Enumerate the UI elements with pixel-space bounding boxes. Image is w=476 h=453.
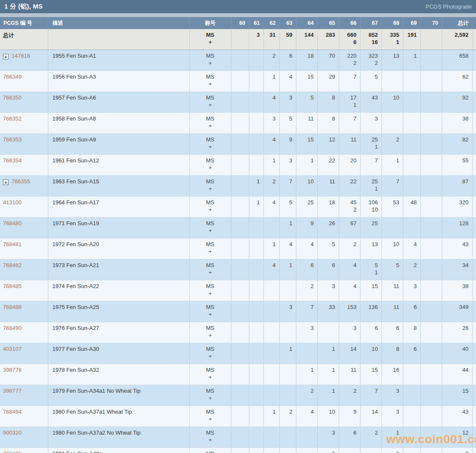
table-row: +7663551963 Fen Sun-A15MS+12710112225178… [0,176,476,197]
designation-ms-label: MS [190,220,231,227]
designation-cell: MS+ [189,343,231,364]
grade-60-count-cell [231,155,249,176]
grade-60-count-cell [231,427,249,448]
pcgs-number-link[interactable]: 766353 [3,136,21,143]
pcgs-number-link[interactable]: 398776 [3,367,21,373]
pcgs-number-cell: 398776 [0,364,48,385]
grade-60-count-cell [231,385,249,406]
pcgs-number-link[interactable]: 768482 [3,262,21,268]
expand-icon[interactable]: + [3,179,9,185]
grade-69-count-cell [403,218,420,238]
grade-count-value: 3 [280,304,293,311]
grade-62-count-cell [263,343,279,364]
grade-count-value: 1 [318,450,335,453]
pcgs-number-link[interactable]: 403107 [3,346,21,352]
coin-description-cell: 1979 Fen Sun-A34a1 No Wheat Tip [48,385,189,406]
total-value: 44 [443,367,469,374]
grade-count-value: 1 [318,346,335,353]
grade-63-count-cell: 5 [279,197,296,218]
grade-68-count-cell [381,218,403,238]
col-header-grade-66: 66 [339,17,360,29]
coin-description-cell: 1976 Fen Sun-A27 [48,322,189,343]
grade-67-count-cell: 14 [360,406,381,427]
grade-count-value: 3 [297,325,314,332]
grade-count-value [250,115,260,122]
grade-68-count-cell: 3 [381,406,403,427]
expand-icon[interactable]: + [3,54,9,59]
grade-count-value: 1 [382,157,399,164]
grade-count-value: 3 [361,115,378,122]
grade-67-count-cell: 85216 [360,29,381,50]
coin-description-cell: 1964 Fen Sun-A17 [48,197,189,218]
grade-count-value [404,409,417,415]
pcgs-number-link[interactable]: 768481 [3,241,21,247]
grade-66-count-cell: 2 [339,238,360,259]
grade-count-value [250,304,260,311]
col-header-grade-60: 60 [231,17,249,29]
pcgs-number-link[interactable]: 768490 [3,325,21,331]
grade-66-count-cell: 2 [339,385,360,406]
coin-description-cell: 1963 Fen Sun-A15 [48,176,189,197]
pcgs-number-link[interactable]: 766355 [12,178,30,185]
grade-count-value [250,262,260,269]
grade-66-count-cell: 14 [339,343,360,364]
grade-count-value [232,199,245,206]
grade-66-count-cell: 6606 [339,29,360,50]
total-value: 92 [443,94,469,101]
grade-count-value: 2 [340,241,357,248]
grade-70-count-cell [420,176,442,197]
grade-60-count-cell [231,218,249,238]
grade-63-count-cell: 5 [279,113,296,134]
pcgs-number-link[interactable]: 147618 [12,53,30,59]
grade-count-value: 18 [318,199,335,206]
pcgs-number-link[interactable]: 766349 [3,74,21,80]
pcgs-number-link[interactable]: 766350 [3,94,21,101]
grade-count-value [232,283,245,290]
pcgs-number-link[interactable]: 768486 [3,304,21,310]
grade-70-count-cell [420,134,442,155]
pcgs-number-link[interactable]: 900320 [3,429,21,436]
grade-count-value [421,325,438,332]
row-total-cell: 15 [442,385,472,406]
grade-64-count-cell: 7 [296,301,317,322]
pcgs-number-link[interactable]: 766354 [3,157,21,164]
grade-count-value: 5 [382,262,399,269]
row-total-cell: 82 [442,134,472,155]
grade-count-value: 15 [361,367,378,374]
grade-64-count-cell: 9 [296,218,317,238]
grade-60-count-cell [231,448,249,453]
grade-61-count-cell: 1 [249,176,263,197]
pcgs-number-link[interactable]: 768485 [3,283,21,289]
photograde-link[interactable]: PCGS Photograde [426,3,472,10]
pcgs-number-cell: 403107 [0,343,48,364]
pcgs-number-link[interactable]: 413100 [3,199,21,206]
grade-count-value: 3 [318,283,335,290]
pcgs-number-link[interactable]: 768480 [3,220,21,226]
grade-count-value: 12 [318,136,335,143]
total-value: 43 [443,241,469,248]
table-row: 7684801971 Fen Sun-A19MS+19266725128 [0,218,476,238]
grade-count-value [280,450,293,453]
grade-count-value [421,32,438,38]
designation-cell: MS+ [189,113,231,134]
grade-count-value [280,388,293,394]
table-row: 7684941980 Fen Sun-A37a1 Wheat TipMS+124… [0,406,476,427]
grade-66-count-cell: 452 [339,197,360,218]
grade-count-value: 4 [297,241,314,248]
pcgs-number-link[interactable]: 766352 [3,115,21,122]
designation-ms-label: MS [190,325,231,332]
grade-63-count-cell: 6 [279,50,296,71]
pcgs-number-link[interactable]: 398777 [3,388,21,394]
grade-68-count-cell: 16 [381,364,403,385]
grade-count-value [280,367,293,374]
grade-61-count-cell: 3 [249,29,263,50]
designation-ms-label: MS [190,409,231,415]
grade-68-count-cell: 11 [381,301,403,322]
pcgs-number-link[interactable]: 768494 [3,409,21,415]
filler-cell [472,113,476,134]
total-value: 658 [443,53,469,59]
grade-count-value: 3 [280,94,293,101]
pcgs-number-link[interactable]: 768496 [3,450,21,453]
total-value: 43 [443,409,469,415]
grade-count-value: 15 [361,283,378,290]
